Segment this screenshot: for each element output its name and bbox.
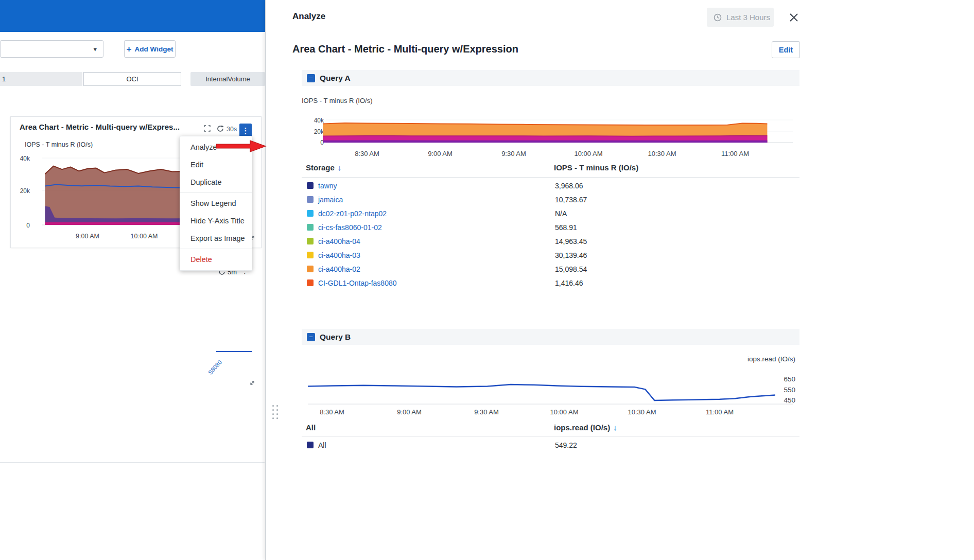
collapse-button[interactable]: −: [307, 333, 315, 341]
time-range-button[interactable]: Last 3 Hours: [707, 8, 774, 27]
x-axis-tick: 10:00 AM: [546, 408, 582, 416]
kebab-icon: ⋮: [242, 127, 250, 134]
row-label: All: [318, 441, 555, 449]
y-axis-tick: 550: [775, 386, 795, 394]
add-widget-label: Add Widget: [135, 45, 173, 53]
x-axis-tick: 10:00 AM: [126, 233, 162, 240]
close-button[interactable]: [787, 10, 801, 25]
sort-down-icon[interactable]: ↓: [338, 163, 342, 172]
panel-title: Analyze: [292, 11, 325, 22]
table-row: dc02-z01-p02-ntap02N/A: [302, 206, 799, 220]
refresh-interval: 30s: [227, 126, 237, 133]
widget2-chart-line: [216, 351, 252, 352]
annotation-arrow: [216, 139, 267, 153]
metric-value: 549.22: [555, 441, 799, 449]
storage-link[interactable]: dc02-z01-p02-ntap02: [318, 209, 555, 218]
menu-item-show-legend[interactable]: Show Legend: [180, 195, 252, 212]
x-axis-tick: 10:00 AM: [570, 150, 606, 157]
column-header-metric[interactable]: IOPS - T minus R (IO/s): [554, 163, 638, 172]
storage-link[interactable]: CI-GDL1-Ontap-fas8080: [318, 279, 555, 287]
metric-value: 1,416.46: [555, 279, 799, 287]
x-axis-tick: 10:30 AM: [644, 150, 680, 157]
x-axis-tick: 9:00 AM: [391, 408, 427, 416]
widget-title: Area Chart - Metric - Multi-query w/Expr…: [20, 122, 200, 131]
query-b-header: − Query B: [302, 329, 799, 345]
focus-mode-icon[interactable]: [204, 125, 211, 132]
collapse-button[interactable]: −: [307, 74, 315, 82]
sort-down-icon[interactable]: ↓: [613, 423, 617, 432]
metric-value: 568.91: [555, 223, 799, 232]
close-icon: [789, 12, 799, 23]
table-row: jamaica10,738.67: [302, 192, 799, 206]
metric-value: 15,098.54: [555, 265, 799, 273]
add-widget-button[interactable]: + Add Widget: [124, 40, 176, 58]
query-a-chart: [302, 116, 799, 147]
filter-input-oci[interactable]: OCI: [83, 72, 181, 86]
storage-link[interactable]: ci-a400ha-02: [318, 265, 555, 273]
widget2-resize-icon[interactable]: [249, 380, 255, 386]
table-row: CI-GDL1-Ontap-fas80801,416.46: [302, 276, 799, 290]
column-header-storage-label: Storage: [306, 163, 335, 172]
x-axis-tick: 9:30 AM: [468, 408, 505, 416]
menu-item-duplicate[interactable]: Duplicate: [180, 173, 252, 191]
refresh-icon[interactable]: [217, 125, 224, 132]
menu-divider: [180, 249, 252, 249]
series-color-swatch: [307, 238, 314, 244]
dashboard-selector[interactable]: ▾: [0, 40, 103, 58]
x-axis-tick: 11:00 AM: [717, 150, 753, 157]
query-b-label: Query B: [320, 332, 351, 342]
query-a-rows: tawny3,968.06jamaica10,738.67dc02-z01-p0…: [302, 179, 799, 290]
series-color-swatch: [307, 196, 314, 203]
storage-link[interactable]: tawny: [318, 182, 555, 190]
menu-divider: [180, 192, 252, 193]
widget-kebab-button[interactable]: ⋮: [239, 124, 252, 137]
metric-value: N/A: [555, 209, 799, 218]
menu-item-hide-y-axis-title[interactable]: Hide Y-Axis Title: [180, 212, 252, 230]
top-nav-bar: [0, 0, 265, 32]
column-header-storage[interactable]: Storage ↓: [306, 163, 341, 172]
menu-item-edit[interactable]: Edit: [180, 156, 252, 173]
query-b-chart: [302, 365, 799, 409]
storage-link[interactable]: ci-a400ha-04: [318, 237, 555, 246]
menu-item-export-as-image[interactable]: Export as Image: [180, 230, 252, 247]
table-row: ci-a400ha-0330,139.46: [302, 248, 799, 262]
x-axis-tick: 8:30 AM: [314, 408, 350, 416]
storage-link[interactable]: ci-a400ha-03: [318, 251, 555, 259]
query-b-rows: All549.22: [302, 438, 799, 452]
metric-value: 3,968.06: [555, 182, 799, 190]
query-a-chart-title: IOPS - T minus R (IO/s): [302, 97, 372, 104]
storage-link[interactable]: jamaica: [318, 196, 555, 204]
metric-value: 14,963.45: [555, 237, 799, 246]
x-axis-tick: 9:00 AM: [69, 233, 106, 240]
column-header-all[interactable]: All: [306, 423, 316, 432]
context-menu: AnalyzeEditDuplicateShow LegendHide Y-Ax…: [180, 136, 252, 271]
widget-heading: Area Chart - Metric - Multi-query w/Expr…: [292, 43, 518, 55]
plus-icon: +: [127, 45, 132, 54]
filter-chip-1[interactable]: 1: [0, 72, 82, 86]
column-header-all-label: All: [306, 423, 316, 432]
column-header-iops-read-label: iops.read (IO/s): [554, 423, 610, 432]
left-bottom-border: [0, 462, 265, 463]
series-color-swatch: [307, 442, 314, 448]
column-header-iops-read[interactable]: iops.read (IO/s) ↓: [554, 423, 617, 432]
table-row: ci-a400ha-0414,963.45: [302, 234, 799, 248]
clock-icon: [713, 13, 722, 22]
metric-value: 10,738.67: [555, 196, 799, 204]
series-color-swatch: [307, 279, 314, 286]
menu-item-delete[interactable]: Delete: [180, 251, 252, 268]
series-color-swatch: [307, 182, 314, 189]
filter-chip-internalvolume[interactable]: InternalVolume: [190, 72, 265, 86]
x-axis-tick: 10:30 AM: [624, 408, 660, 416]
app-root: ▾ + Add Widget 1 OCI InternalVolume Area…: [0, 0, 974, 560]
table-row: tawny3,968.06: [302, 179, 799, 192]
query-b-axis-label: iops.read (IO/s): [697, 355, 795, 363]
y-axis-tick: 450: [775, 396, 795, 404]
table-divider: [302, 436, 799, 436]
table-row: All549.22: [302, 438, 799, 452]
x-axis-tick: 11:00 AM: [702, 408, 738, 416]
storage-link[interactable]: ci-cs-fas8060-01-02: [318, 223, 555, 232]
table-divider: [302, 177, 799, 178]
edit-button[interactable]: Edit: [772, 41, 800, 58]
panel-resize-handle[interactable]: [272, 405, 278, 419]
query-a-header: − Query A: [302, 70, 799, 86]
